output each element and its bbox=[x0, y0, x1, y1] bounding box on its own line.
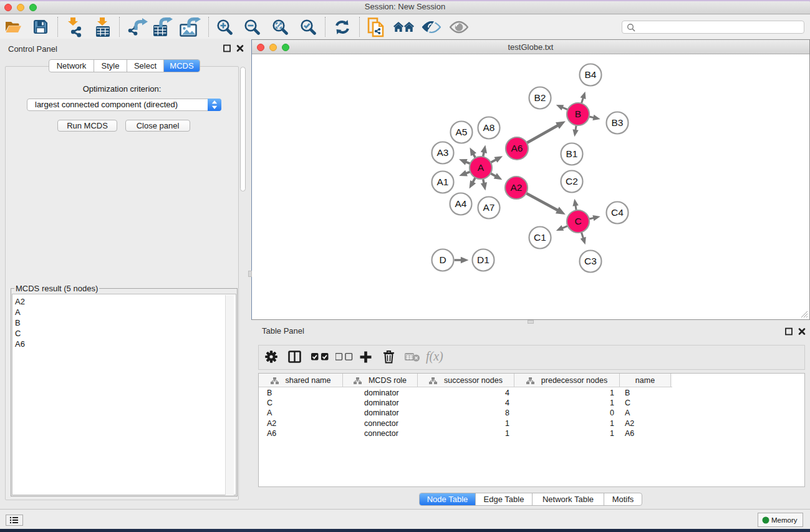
svg-text:A1: A1 bbox=[437, 177, 449, 187]
svg-text:D1: D1 bbox=[477, 254, 489, 265]
svg-text:B2: B2 bbox=[534, 92, 546, 103]
svg-text:A7: A7 bbox=[483, 202, 495, 213]
svg-text:A5: A5 bbox=[456, 127, 468, 137]
svg-text:C1: C1 bbox=[534, 232, 546, 243]
svg-text:B4: B4 bbox=[585, 69, 597, 80]
svg-text:B: B bbox=[575, 109, 581, 119]
svg-text:D: D bbox=[439, 254, 446, 265]
svg-text:A6: A6 bbox=[511, 143, 523, 153]
svg-text:C3: C3 bbox=[584, 256, 597, 266]
svg-text:A3: A3 bbox=[437, 147, 449, 158]
svg-text:B1: B1 bbox=[566, 148, 578, 159]
svg-text:C4: C4 bbox=[611, 207, 624, 218]
svg-text:C: C bbox=[574, 216, 581, 226]
svg-text:C2: C2 bbox=[566, 176, 578, 186]
svg-text:B3: B3 bbox=[612, 117, 624, 128]
svg-text:A: A bbox=[478, 162, 485, 173]
svg-text:A4: A4 bbox=[455, 198, 467, 209]
svg-text:A8: A8 bbox=[483, 122, 495, 133]
svg-text:A2: A2 bbox=[511, 182, 523, 193]
